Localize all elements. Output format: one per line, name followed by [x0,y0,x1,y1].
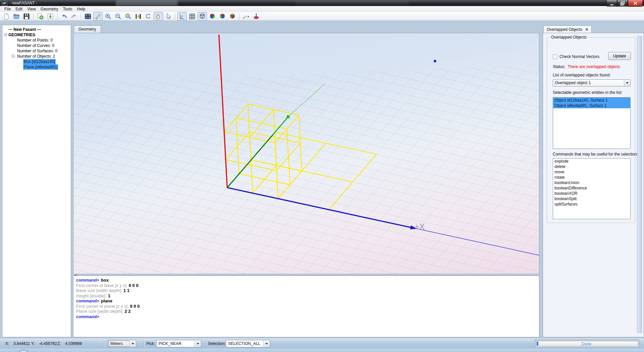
list-item[interactable]: booleanUnion [553,180,630,185]
zoom-in-button[interactable] [103,12,113,21]
tree-item-box[interactable]: Box [id12baa140] [2,59,71,64]
pointer-icon [165,13,172,20]
console-line: First corner of base [x y z]: 0 0 0 [76,283,536,288]
tree-expander[interactable] [12,55,15,58]
tab-geometry[interactable]: Geometry [74,25,101,33]
show-grid-button[interactable] [187,12,197,21]
tree-root[interactable]: --- New Fasant --- [2,27,71,32]
check-normal-vectors-checkbox[interactable] [553,55,557,59]
list-item[interactable]: explode [553,159,630,164]
list-item[interactable]: booleanDifference [553,185,630,191]
list-item[interactable]: delete [553,164,630,169]
statusbar-separator [104,340,104,347]
chevron-down-icon[interactable] [129,341,136,347]
wireframe-view-button[interactable] [198,12,207,21]
menu-view[interactable]: View [25,6,38,12]
zoom-window-button[interactable] [123,12,133,21]
tab-overlapped-objects[interactable]: Overlapped Objects [543,25,592,33]
command-console[interactable]: command>box First corner of base [x y z]… [73,276,539,337]
menu-file[interactable]: File [2,6,13,12]
undo-button[interactable] [59,12,69,21]
panel-scrollbar[interactable] [637,36,642,333]
tab-label: Overlapped Objects [547,26,582,33]
menu-help[interactable]: Help [75,6,88,12]
tree-item-surfaces[interactable]: Number of Surfaces: 0 [2,48,71,54]
selection-mode-dropdown[interactable]: SELECTION_ALL [226,340,270,347]
update-button[interactable]: Update [608,52,631,60]
list-item[interactable]: booleanXOR [553,191,630,196]
desktop-strip [0,349,644,352]
move-view-button[interactable] [133,12,143,21]
console-prompt-line[interactable]: command> [76,314,536,319]
geometry-tree-panel[interactable]: --- New Fasant --- GEOMETRIES Number of … [2,25,71,337]
new-file-icon [3,13,10,20]
tree-item-curves[interactable]: Number of Curves: 0 [2,43,71,48]
new-file-button[interactable] [2,12,11,21]
tree-expander[interactable] [4,33,7,36]
overlapped-objects-dropdown[interactable]: Overlapped object 1 [553,79,631,86]
zoom-out-button[interactable] [113,12,123,21]
flat-shaded-view-button[interactable] [208,12,217,21]
statusbar-separator [276,340,276,347]
start-orb-partial[interactable] [17,350,30,352]
menu-tools[interactable]: Tools [61,6,75,12]
coord-y-label: Y: [31,341,35,346]
units-dropdown[interactable]: Meters [108,340,136,347]
tree-node-objects[interactable]: Number of Objects: 2 [2,54,71,59]
rotate-view-button[interactable] [144,12,153,21]
pan-view-button[interactable] [154,12,163,21]
import-geometry-button[interactable] [46,12,55,21]
list-item[interactable]: move [553,169,630,175]
pick-value: PICK_NEAR [159,341,181,346]
redo-button[interactable] [69,12,79,21]
open-file-button[interactable] [12,12,21,21]
status-label: Status: [553,64,565,69]
rotate-animation-button[interactable] [241,12,251,21]
list-item[interactable]: splitSurfaces [553,201,630,207]
pick-mode-dropdown[interactable]: PICK_NEAR [156,340,201,347]
close-tab-icon[interactable] [585,28,588,31]
coord-x-label: X: [5,341,9,346]
select-tool-button[interactable] [93,12,103,21]
coord-x-value: 3.844611 [13,341,30,346]
smooth-shaded-view-button[interactable] [218,12,227,21]
progress-bar: Done. [536,341,638,346]
wireframe-cube-icon [199,13,206,20]
show-axes-button[interactable] [177,12,187,21]
menu-geometry[interactable]: Geometry [38,6,61,12]
panel-tab-strip: Overlapped Objects [543,25,644,33]
fit-view-button[interactable] [83,12,93,21]
chevron-down-icon[interactable] [624,80,630,86]
list-item[interactable]: booleanSplit [553,196,630,201]
selection-value: SELECTION_ALL [228,341,260,346]
redo-icon [70,13,78,20]
pan-hand-icon [155,13,162,20]
add-object-button[interactable] [36,12,45,21]
chevron-down-icon[interactable] [195,341,201,347]
list-item[interactable]: Object id6edad9f1, Surface 1 [553,103,630,108]
console-line: command>plane [76,298,536,304]
pointer-button[interactable] [164,12,173,21]
tree-node-geometries[interactable]: GEOMETRIES [2,32,71,38]
tree-item-points[interactable]: Number of Points: 0 [2,38,71,43]
list-item[interactable]: rotate [553,175,630,180]
save-button[interactable] [22,12,31,21]
spin-view-button[interactable] [252,12,261,21]
progress-panel: Done. [535,340,639,348]
statusbar-separator [144,340,144,347]
restore-button[interactable] [617,0,628,7]
entities-list[interactable]: Object id12baa140, Surface 1 Object id6e… [553,97,631,149]
list-item[interactable]: Object id12baa140, Surface 1 [553,98,630,103]
minimize-button[interactable] [606,0,617,7]
coord-y-value: -4.455762 [39,341,57,346]
menu-edit[interactable]: Edit [13,6,25,12]
zoom-in-icon [104,13,112,20]
viewport-3d[interactable]: +X [73,33,539,274]
solid-view-button[interactable] [228,12,237,21]
tree-item-plane[interactable]: Plane [id6edad9f1] [2,64,71,70]
commands-list[interactable]: explode delete move rotate booleanUnion … [553,158,631,219]
title-bar[interactable]: uF - newFASANT - [0,0,644,6]
chevron-down-icon[interactable] [263,341,269,347]
dropdown-value: Overlapped object 1 [555,80,591,85]
close-button[interactable] [628,0,643,7]
